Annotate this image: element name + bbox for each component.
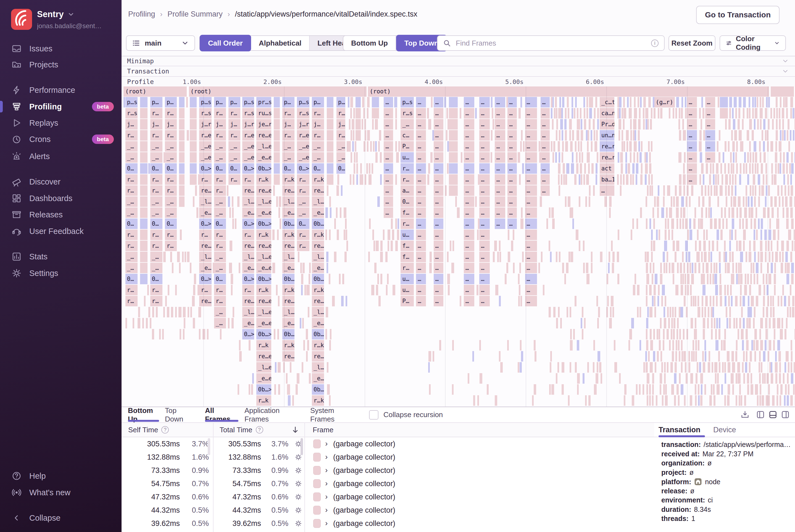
flame-cell[interactable] bbox=[793, 108, 794, 118]
flame-cell[interactable] bbox=[759, 362, 760, 373]
flame-cell[interactable] bbox=[276, 196, 278, 207]
flame-cell[interactable] bbox=[571, 163, 574, 174]
flame-frame-cell[interactable]: j… bbox=[126, 119, 137, 130]
flame-cell[interactable] bbox=[550, 362, 551, 373]
flame-cell[interactable] bbox=[330, 207, 332, 218]
flame-cell[interactable] bbox=[640, 340, 641, 350]
flame-cell[interactable] bbox=[666, 207, 668, 218]
flame-cell[interactable] bbox=[736, 340, 738, 350]
flame-frame-cell[interactable]: _l…e bbox=[282, 252, 295, 262]
flame-cell[interactable] bbox=[698, 296, 699, 306]
flame-cell[interactable] bbox=[789, 163, 791, 174]
flame-frame-cell[interactable]: 0…> bbox=[297, 163, 309, 174]
flame-cell[interactable] bbox=[579, 241, 580, 251]
flame-cell[interactable] bbox=[395, 119, 397, 130]
flame-cell[interactable] bbox=[306, 351, 308, 362]
flame-cell[interactable] bbox=[193, 196, 194, 207]
flame-cell[interactable] bbox=[675, 252, 677, 262]
flame-cell[interactable] bbox=[740, 263, 742, 273]
flame-cell[interactable] bbox=[717, 141, 718, 152]
flame-cell[interactable] bbox=[688, 362, 690, 373]
flame-cell[interactable] bbox=[705, 185, 706, 196]
flame-frame-cell[interactable] bbox=[449, 119, 457, 130]
flame-cell[interactable] bbox=[283, 362, 285, 373]
flame-cell[interactable] bbox=[346, 241, 348, 251]
flame-cell[interactable] bbox=[593, 185, 595, 196]
flame-cell[interactable] bbox=[754, 218, 756, 229]
flame-cell[interactable] bbox=[360, 163, 362, 174]
flame-cell[interactable] bbox=[353, 130, 354, 140]
flame-cell[interactable] bbox=[581, 318, 582, 328]
flame-cell[interactable] bbox=[647, 185, 649, 196]
flame-frame-cell[interactable]: _… bbox=[126, 263, 137, 273]
flame-frame-cell[interactable] bbox=[274, 174, 280, 185]
flame-cell[interactable] bbox=[674, 318, 675, 328]
flame-cell[interactable] bbox=[577, 384, 579, 395]
flame-frame-cell[interactable]: … bbox=[416, 296, 426, 306]
flame-cell[interactable] bbox=[758, 218, 760, 229]
flame-cell[interactable] bbox=[350, 174, 352, 185]
flame-cell[interactable] bbox=[699, 141, 702, 152]
flame-cell[interactable] bbox=[472, 351, 474, 362]
flame-cell[interactable] bbox=[751, 340, 753, 350]
flame-cell[interactable] bbox=[303, 340, 305, 350]
flame-cell[interactable] bbox=[725, 263, 726, 273]
flame-frame-cell[interactable] bbox=[140, 152, 148, 163]
flame-cell[interactable] bbox=[722, 218, 724, 229]
flame-cell[interactable] bbox=[364, 119, 366, 130]
flame-cell[interactable] bbox=[759, 395, 761, 406]
flame-cell[interactable] bbox=[607, 274, 608, 284]
flame-frame-cell[interactable]: … bbox=[434, 119, 443, 130]
flame-cell[interactable] bbox=[754, 274, 755, 284]
flame-cell[interactable] bbox=[711, 263, 712, 273]
flame-cell[interactable] bbox=[790, 196, 792, 207]
flame-cell[interactable] bbox=[647, 119, 649, 130]
flame-cell[interactable] bbox=[505, 274, 507, 284]
flame-cell[interactable] bbox=[724, 163, 726, 174]
flame-cell[interactable] bbox=[766, 373, 769, 384]
flame-cell[interactable] bbox=[495, 285, 498, 295]
flame-cell[interactable] bbox=[780, 384, 782, 395]
flame-frame-cell[interactable] bbox=[179, 130, 185, 140]
flame-frame-cell[interactable]: … bbox=[495, 152, 505, 163]
flame-cell[interactable] bbox=[538, 263, 540, 273]
flame-cell[interactable] bbox=[700, 218, 703, 229]
flame-cell[interactable] bbox=[572, 130, 574, 140]
flame-cell[interactable] bbox=[634, 108, 637, 118]
flame-frame-cell[interactable]: … bbox=[416, 230, 426, 240]
flame-cell[interactable] bbox=[288, 395, 290, 406]
flame-cell[interactable] bbox=[760, 384, 761, 395]
flame-frame-cell[interactable]: j… bbox=[337, 119, 345, 130]
flame-cell[interactable] bbox=[610, 307, 611, 317]
flame-cell[interactable] bbox=[560, 119, 563, 130]
flame-cell[interactable] bbox=[646, 263, 648, 273]
flame-cell[interactable] bbox=[720, 296, 722, 306]
flame-cell[interactable] bbox=[326, 252, 328, 262]
flame-cell[interactable] bbox=[779, 119, 781, 130]
flame-cell[interactable] bbox=[701, 207, 703, 218]
flame-frame-cell[interactable]: _e…e bbox=[256, 373, 271, 384]
flame-cell[interactable] bbox=[714, 274, 717, 284]
flame-cell[interactable] bbox=[124, 97, 125, 108]
flame-frame-cell[interactable]: r… bbox=[150, 296, 163, 306]
flame-cell[interactable] bbox=[577, 108, 579, 118]
flame-cell[interactable] bbox=[239, 263, 240, 273]
flame-cell[interactable] bbox=[791, 185, 793, 196]
flame-frame-cell[interactable]: _l…e bbox=[312, 362, 324, 373]
flame-cell[interactable] bbox=[738, 373, 741, 384]
flame-cell[interactable] bbox=[715, 285, 718, 295]
flame-cell[interactable] bbox=[637, 285, 640, 295]
flame-cell[interactable] bbox=[677, 329, 678, 340]
flame-frame-cell[interactable] bbox=[274, 119, 280, 130]
flame-cell[interactable] bbox=[745, 163, 747, 174]
flame-cell[interactable] bbox=[177, 252, 180, 262]
flame-cell[interactable] bbox=[576, 130, 579, 140]
flame-cell[interactable] bbox=[791, 152, 793, 163]
flame-frame-cell[interactable]: … bbox=[687, 97, 697, 108]
flame-cell[interactable] bbox=[738, 108, 740, 118]
flame-cell[interactable] bbox=[714, 318, 716, 328]
flame-cell[interactable] bbox=[375, 152, 378, 163]
flame-cell[interactable] bbox=[748, 318, 751, 328]
flame-cell[interactable] bbox=[711, 252, 712, 262]
flame-frame-cell[interactable]: r… bbox=[297, 230, 309, 240]
